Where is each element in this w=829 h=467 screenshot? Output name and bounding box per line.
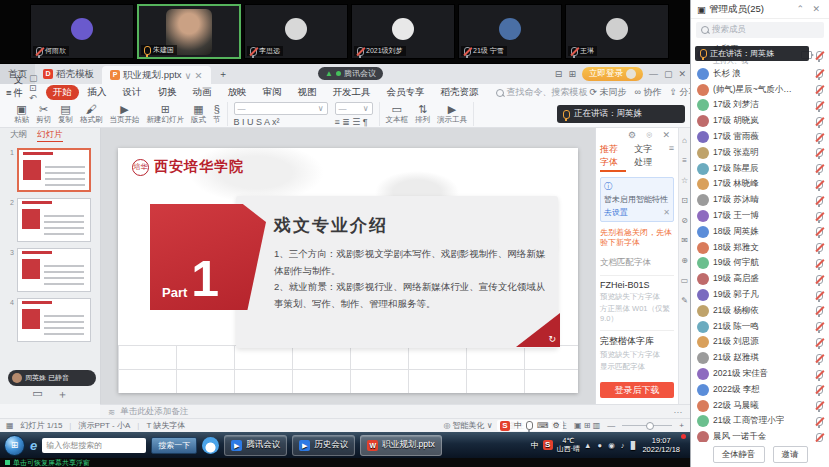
font-card[interactable]: FZHei-B01S 预览缺失下方字体 方正黑体 W01（仅繁 9.0） bbox=[600, 275, 674, 324]
video-tile[interactable]: 王琳 bbox=[565, 4, 669, 59]
ime-keyboard-icon[interactable]: ⌨ bbox=[537, 421, 549, 430]
mic-muted-icon[interactable] bbox=[816, 401, 823, 410]
ribbon-button-文本框[interactable]: ▭文本框 bbox=[386, 103, 409, 125]
new-tab-button[interactable]: ＋ bbox=[211, 64, 237, 84]
mic-muted-icon[interactable] bbox=[816, 306, 823, 315]
notes-bar[interactable]: ≋ 单击此处添加备注 ⋯ bbox=[100, 404, 690, 418]
menu-tab-动画[interactable]: 动画 bbox=[186, 85, 219, 100]
participant-row[interactable]: 21级 工商管理小宇 bbox=[691, 414, 829, 430]
ribbon-button-版式[interactable]: ▦版式 bbox=[191, 103, 206, 125]
mic-muted-icon[interactable] bbox=[816, 196, 823, 205]
mic-muted-icon[interactable] bbox=[816, 180, 823, 189]
tab-text-processing[interactable]: 文字处理 bbox=[634, 143, 660, 172]
mic-muted-icon[interactable] bbox=[816, 148, 823, 157]
menu-tab-会员专享[interactable]: 会员专享 bbox=[380, 85, 432, 100]
participant-row[interactable]: 21级 陈一鸣 bbox=[691, 319, 829, 335]
video-tile[interactable]: 何雨欣 bbox=[30, 4, 134, 59]
menu-tab-设计[interactable]: 设计 bbox=[116, 85, 149, 100]
bell-icon[interactable]: ⌾ bbox=[647, 130, 656, 140]
banner-close-icon[interactable]: ✕ bbox=[663, 208, 670, 217]
participant-row[interactable]: 17级 陈星辰 bbox=[691, 161, 829, 177]
hamburger-icon[interactable]: ≡ bbox=[6, 87, 12, 98]
menu-tab-放映[interactable]: 放映 bbox=[221, 85, 254, 100]
mic-muted-icon[interactable] bbox=[816, 69, 823, 78]
ime-indicator[interactable]: 中 bbox=[531, 440, 539, 451]
menu-tab-开始[interactable]: 开始 bbox=[46, 85, 79, 100]
edit-icon[interactable]: ✎ bbox=[681, 296, 688, 305]
participant-row[interactable]: 18级 周英姝 bbox=[691, 224, 829, 240]
ime-mode[interactable]: 中 bbox=[514, 420, 522, 431]
mute-all-button[interactable]: 全体静音 bbox=[713, 446, 765, 463]
taskbar-app-职业规划.pptx[interactable]: W职业规划.pptx bbox=[360, 435, 441, 456]
tab-template[interactable]: D 稻壳模板 bbox=[35, 64, 102, 84]
home-icon[interactable]: ⌂ bbox=[682, 136, 687, 145]
participant-row[interactable]: 晨风 一诺千金 bbox=[691, 429, 829, 442]
new-slide-button[interactable]: ＋ bbox=[57, 387, 68, 402]
mic-muted-icon[interactable] bbox=[816, 354, 823, 363]
font-card[interactable]: 完整楷体字库 预览缺失下方字体 显示匹配字体 bbox=[600, 330, 674, 372]
mic-muted-icon[interactable] bbox=[816, 385, 823, 394]
maximize-button[interactable]: ▢ bbox=[664, 69, 673, 79]
ime-mic-icon[interactable] bbox=[526, 421, 533, 430]
missing-font-indicator[interactable]: T 缺失字体 bbox=[146, 420, 185, 431]
ribbon-button-格式刷[interactable]: 🖌格式刷 bbox=[80, 103, 103, 125]
mic-muted-icon[interactable] bbox=[816, 338, 823, 347]
video-tile[interactable]: 朱建国 bbox=[137, 4, 241, 59]
mail-icon[interactable]: ✉ bbox=[681, 236, 688, 245]
tab-document[interactable]: P 职业规划.pptx ∨ ✕ bbox=[102, 66, 211, 84]
format-buttons[interactable]: B I U S A x² bbox=[234, 117, 328, 127]
menu-tab-稻壳资源[interactable]: 稻壳资源 bbox=[434, 85, 486, 100]
font-tip-link[interactable]: 先别着急关闭，先体验下新字体 bbox=[600, 228, 674, 249]
mic-muted-icon[interactable] bbox=[816, 291, 823, 300]
mic-muted-icon[interactable] bbox=[816, 259, 823, 268]
slide-canvas[interactable]: 培华 西安培华学院 Part 1 戏文专业介绍 1、三个方向：戏剧影视文学剧本写… bbox=[118, 148, 578, 393]
invite-button[interactable]: 邀请 bbox=[773, 446, 808, 463]
go-settings-link[interactable]: 去设置 bbox=[604, 207, 628, 218]
panel-menu-icon[interactable]: ≡ bbox=[669, 143, 674, 172]
slide-thumbnail[interactable] bbox=[17, 298, 91, 342]
mic-muted-icon[interactable] bbox=[816, 275, 823, 284]
beautify-button[interactable]: ◎ 智能美化 ∨ bbox=[443, 420, 492, 431]
video-tile[interactable]: 2021级刘梦 bbox=[351, 4, 455, 59]
menu-tab-视图[interactable]: 视图 bbox=[291, 85, 324, 100]
participant-row[interactable]: 17级 张嘉明 bbox=[691, 145, 829, 161]
menu-tab-审阅[interactable]: 审阅 bbox=[256, 85, 289, 100]
shape-icon[interactable]: ▭ bbox=[681, 276, 689, 285]
weather-widget[interactable]: 4℃ 山西·晴 bbox=[557, 437, 580, 453]
mic-muted-icon[interactable] bbox=[816, 51, 823, 60]
zoom-out-button[interactable]: — bbox=[607, 421, 615, 430]
ribbon-button-演示工具[interactable]: ▶演示工具 bbox=[437, 103, 467, 125]
participant-row[interactable]: 18级 郑雅文 bbox=[691, 240, 829, 256]
plus-icon[interactable]: ⊕ bbox=[681, 256, 688, 265]
weather-app-icon[interactable] bbox=[202, 437, 219, 454]
participant-row[interactable]: 17级 王一博 bbox=[691, 208, 829, 224]
sogou-tray-icon[interactable]: S bbox=[543, 440, 553, 450]
participant-row[interactable]: 19级 郭子凡 bbox=[691, 287, 829, 303]
menu-tab-开发工具[interactable]: 开发工具 bbox=[326, 85, 378, 100]
ribbon-button-排列[interactable]: ⇅排列 bbox=[415, 103, 430, 125]
menu-tab-插入[interactable]: 插入 bbox=[81, 85, 114, 100]
tray-icons[interactable]: ▲ ● ◉ ♪ ▊ bbox=[584, 441, 638, 450]
participant-search-input[interactable]: 搜索成员 bbox=[696, 22, 824, 38]
participant-row[interactable]: 17级 苏沐晴 bbox=[691, 192, 829, 208]
image-icon[interactable]: ⊡ bbox=[681, 196, 688, 205]
participant-row[interactable]: 21级 刘思源 bbox=[691, 335, 829, 351]
gear-icon[interactable]: ⚙ bbox=[628, 130, 640, 140]
tab-recommended-fonts[interactable]: 推荐字体 bbox=[600, 143, 626, 172]
participant-row[interactable]: 19级 何宇航 bbox=[691, 256, 829, 272]
mic-muted-icon[interactable] bbox=[816, 370, 823, 379]
participant-row[interactable]: 长杉 浪 bbox=[691, 66, 829, 82]
video-tile[interactable]: 李思远 bbox=[244, 4, 348, 59]
menubar-right-item[interactable]: ⟳ 未同步 bbox=[590, 86, 627, 99]
ie-icon[interactable]: e bbox=[30, 438, 37, 453]
menubar-right-item[interactable]: ∞ 协作 bbox=[635, 86, 662, 99]
participant-row[interactable]: 21级 杨柳依 bbox=[691, 303, 829, 319]
layout-icon[interactable]: ⊟ bbox=[555, 69, 563, 79]
star-icon[interactable]: ☆ bbox=[681, 176, 688, 185]
tab-dropdown-icon[interactable]: ∨ bbox=[185, 70, 192, 81]
view-switch-icons[interactable]: ▣ ⊞ ▥ bbox=[574, 421, 600, 430]
mic-muted-icon[interactable] bbox=[816, 417, 823, 426]
taskbar-app-腾讯会议[interactable]: ▶腾讯会议 bbox=[224, 435, 287, 456]
participant-row[interactable]: (帅气)星辰~气质小奶狗:) bbox=[691, 82, 829, 98]
zoom-slider[interactable] bbox=[622, 425, 672, 426]
